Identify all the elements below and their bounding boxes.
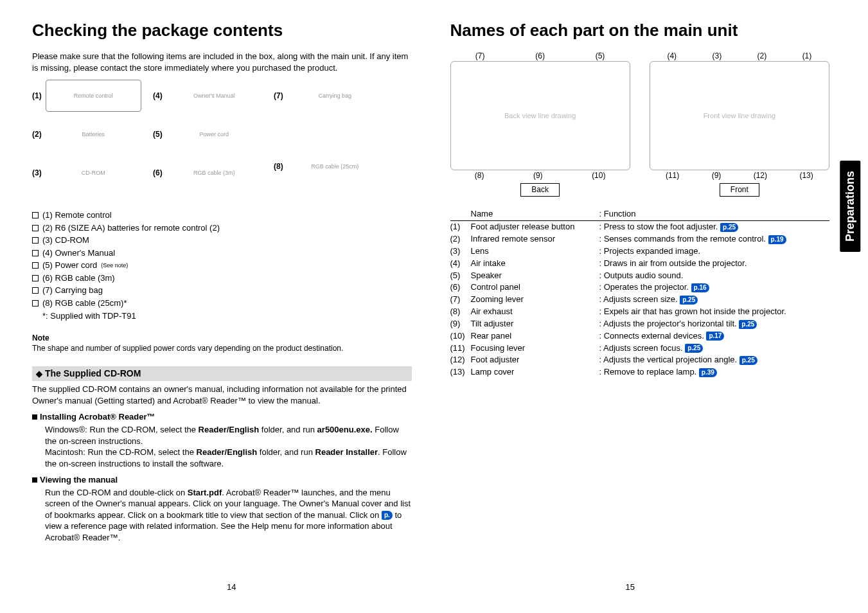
left-page: Checking the package contents Please mak… <box>32 19 412 543</box>
page-ref-badge[interactable]: p.19 <box>768 235 786 244</box>
part-function: : Remove to replace lamp. p.39 <box>599 366 830 378</box>
checklist-row: (5) Power cord (See note) <box>32 260 412 271</box>
diagram-area: (7)(6)(5) Back view line drawing (8)(9)(… <box>450 51 830 197</box>
parts-row: (13)Lamp cover: Remove to replace lamp. … <box>450 366 830 378</box>
checklist-text: (3) CD-ROM <box>42 235 89 246</box>
parts-row: (3)Lens: Projects expanded image. <box>450 245 830 258</box>
page-ref-badge[interactable]: p.25 <box>720 223 738 232</box>
part-number: (3) <box>450 245 471 258</box>
checklist-row: (6) RGB cable (3m) <box>32 272 412 284</box>
page-ref-badge[interactable]: p.25 <box>680 296 698 305</box>
callout-number: (4) <box>667 51 677 61</box>
checkbox-icon <box>32 287 39 294</box>
parts-table: (1)Foot adjuster release button: Press t… <box>450 221 830 378</box>
item-label: (8) <box>274 161 283 172</box>
page-numbers: 14 15 <box>32 582 829 593</box>
callout-number: (9) <box>533 170 543 181</box>
right-page: Names of each part on the main unit (7)(… <box>450 19 830 543</box>
intro-text: Please make sure that the following item… <box>32 51 412 73</box>
checklist-row: *: Supplied with TDP-T91 <box>32 310 412 322</box>
side-tab: Preparations <box>840 161 860 252</box>
part-number: (6) <box>450 281 471 294</box>
part-number: (12) <box>450 354 471 366</box>
item-illustration: CD-ROM <box>46 157 141 189</box>
item-illustration: RGB cable (25cm) <box>287 150 383 182</box>
checklist-text: (5) Power cord <box>42 260 97 271</box>
part-number: (9) <box>450 318 471 330</box>
checklist-row: (2) R6 (SIZE AA) batteries for remote co… <box>32 222 412 234</box>
page-ref-badge[interactable]: p.25 <box>740 356 757 365</box>
parts-row: (9)Tilt adjuster: Adjusts the projector'… <box>450 318 830 330</box>
parts-row: (1)Foot adjuster release button: Press t… <box>450 221 830 233</box>
checklist-row: (7) Carrying bag <box>32 285 412 296</box>
parts-table-header: Name : Function <box>450 208 830 222</box>
part-name: Lamp cover <box>471 366 599 378</box>
part-function: : Adjusts the vertical projection angle.… <box>599 354 830 366</box>
part-name: Tilt adjuster <box>471 318 599 330</box>
part-function: : Press to stow the foot adjuster. p.25 <box>599 221 830 233</box>
part-name: Foot adjuster release button <box>471 221 599 233</box>
col-name: Name <box>471 208 599 220</box>
callout-number: (5) <box>596 51 605 61</box>
checklist-text: (1) Remote control <box>42 209 112 221</box>
checklist-row: (8) RGB cable (25cm)* <box>32 298 412 309</box>
part-name: Speaker <box>471 270 599 282</box>
checkbox-icon <box>32 225 39 231</box>
square-bullet-icon <box>32 414 37 420</box>
note-text: The shape and number of supplied power c… <box>32 343 412 353</box>
parts-row: (2)Infrared remote sensor: Senses comman… <box>450 233 830 245</box>
callout-number: (13) <box>799 170 813 181</box>
callout-number: (9) <box>712 170 722 181</box>
checklist-text: *: Supplied with TDP-T91 <box>42 310 136 322</box>
page-number-right: 15 <box>626 582 635 593</box>
page-ref-badge[interactable]: p.25 <box>685 344 703 353</box>
page-number-left: 14 <box>227 582 236 593</box>
part-function: : Expels air that has grown hot inside t… <box>599 306 830 318</box>
part-number: (4) <box>450 258 471 270</box>
item-label: (2) <box>32 129 42 139</box>
item-illustration: RGB cable (3m) <box>166 157 262 189</box>
checkbox-icon <box>32 300 39 306</box>
part-number: (8) <box>450 306 471 318</box>
parts-row: (4)Air intake: Draws in air from outside… <box>450 258 830 270</box>
part-function: : Adjusts screen focus. p.25 <box>599 342 830 355</box>
callout-number: (8) <box>475 170 484 181</box>
part-function: : Adjusts screen size. p.25 <box>599 294 830 306</box>
back-label: Back <box>520 183 560 196</box>
install-body: Windows®: Run the CD-ROM, select the Rea… <box>45 424 412 469</box>
checkbox-icon <box>32 237 39 244</box>
contents-grid: (1) Remote control (2) Batteries (3) CD-… <box>32 80 412 189</box>
parts-row: (12)Foot adjuster: Adjusts the vertical … <box>450 354 830 366</box>
parts-row: (7)Zooming lever: Adjusts screen size. p… <box>450 294 830 306</box>
note-heading: Note <box>32 333 412 343</box>
item-label: (6) <box>153 168 163 178</box>
page-title-right: Names of each part on the main unit <box>450 19 830 42</box>
checklist-row: (4) Owner's Manual <box>32 247 412 259</box>
page-ref-badge[interactable]: p.39 <box>699 368 717 377</box>
parts-row: (10)Rear panel: Connects external device… <box>450 330 830 342</box>
checklist-text: (6) RGB cable (3m) <box>42 272 115 284</box>
item-label: (5) <box>153 129 163 139</box>
page-ref-badge[interactable]: p.25 <box>739 320 757 329</box>
part-number: (10) <box>450 330 471 342</box>
front-view-illustration: Front view line drawing <box>650 61 829 170</box>
callout-number: (7) <box>475 51 485 61</box>
part-number: (5) <box>450 270 471 282</box>
callout-number: (3) <box>713 51 722 61</box>
parts-row: (11)Focusing lever: Adjusts screen focus… <box>450 342 830 355</box>
part-name: Air exhaust <box>471 306 599 318</box>
checkbox-icon <box>32 212 39 218</box>
footnote-superscript: (See note) <box>101 262 128 269</box>
part-function: : Connects external devices. p.17 <box>599 330 830 342</box>
page-ref-badge[interactable]: p. <box>382 511 393 520</box>
part-function: : Outputs audio sound. <box>599 270 830 282</box>
subsection-body: The supplied CD-ROM contains an owner's … <box>32 384 412 406</box>
callout-number: (10) <box>592 170 605 181</box>
part-function: : Draws in air from outside the projecto… <box>599 258 830 270</box>
part-name: Air intake <box>471 258 599 270</box>
page-ref-badge[interactable]: p.16 <box>691 283 709 292</box>
callout-number: (12) <box>754 170 767 181</box>
page-ref-badge[interactable]: p.17 <box>706 332 724 341</box>
part-name: Control panel <box>471 281 599 294</box>
callout-number: (11) <box>666 170 679 181</box>
